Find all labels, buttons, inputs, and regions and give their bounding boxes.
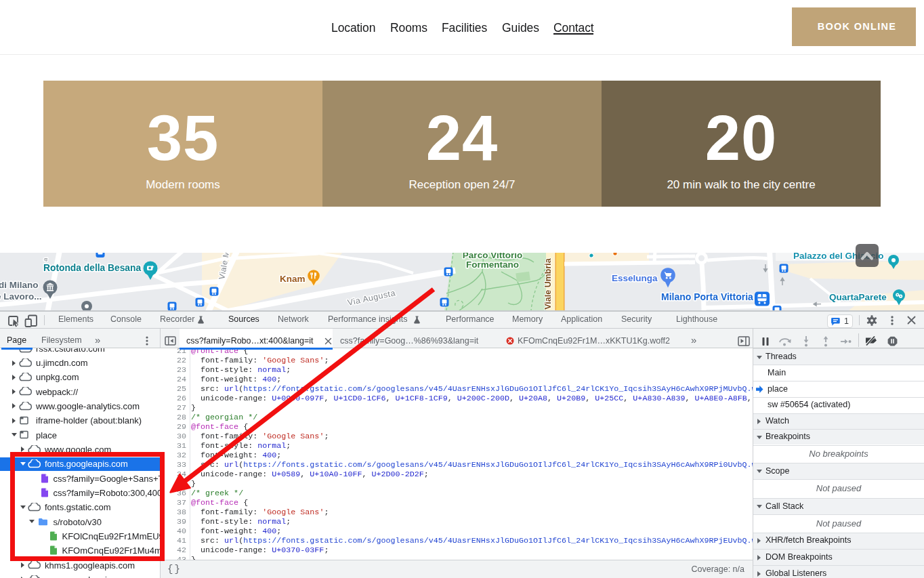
svg-text:Milano Porta Vittoria: Milano Porta Vittoria bbox=[661, 291, 753, 302]
svg-text:Esselunga: Esselunga bbox=[612, 273, 658, 283]
svg-text:e Lavoro...: e Lavoro... bbox=[0, 291, 42, 302]
svg-text:QuartaParete: QuartaParete bbox=[829, 292, 887, 302]
svg-text:Knam: Knam bbox=[280, 274, 306, 284]
svg-text:Formentano: Formentano bbox=[466, 260, 519, 270]
svg-text:Viale Umbria: Viale Umbria bbox=[543, 257, 553, 310]
svg-text:di Milano: di Milano bbox=[0, 280, 39, 290]
svg-text:Rotonda della Besana: Rotonda della Besana bbox=[43, 263, 141, 273]
